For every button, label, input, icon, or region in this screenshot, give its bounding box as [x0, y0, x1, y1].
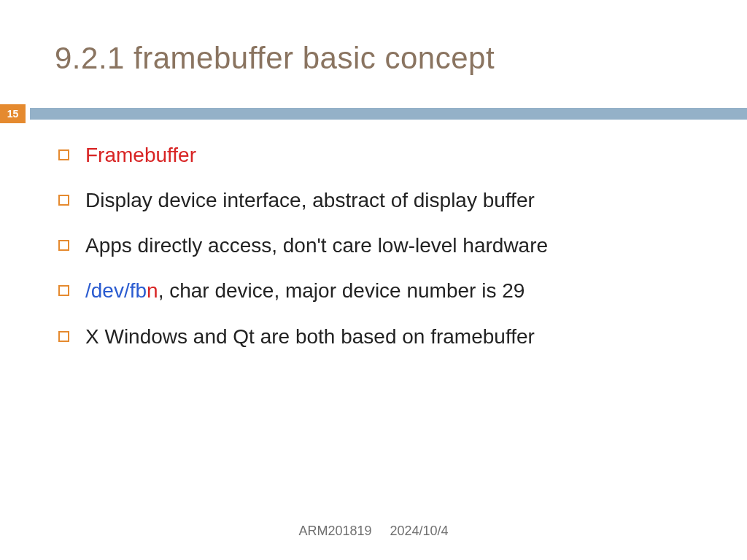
bullet-icon: [58, 240, 69, 251]
list-item: Framebuffer: [58, 143, 700, 168]
text-span: Framebuffer: [85, 144, 196, 166]
header-bar: 15: [0, 104, 747, 123]
bullet-text: Display device interface, abstract of di…: [85, 188, 535, 213]
bullet-icon: [58, 285, 69, 296]
bullet-icon: [58, 331, 69, 342]
footer-course: ARM201819: [298, 524, 371, 538]
page-number-badge: 15: [0, 104, 26, 123]
text-span: Display device interface, abstract of di…: [85, 189, 535, 211]
bullet-icon: [58, 195, 69, 206]
bullet-text: Apps directly access, don't care low-lev…: [85, 233, 548, 258]
bullet-text: /dev/fbn, char device, major device numb…: [85, 279, 525, 303]
footer-date: 2024/10/4: [390, 524, 449, 538]
list-item: /dev/fbn, char device, major device numb…: [58, 279, 700, 303]
bullet-icon: [58, 149, 69, 160]
list-item: Display device interface, abstract of di…: [58, 188, 700, 213]
text-span: /dev/fb: [85, 279, 147, 302]
slide-title: 9.2.1 framebuffer basic concept: [55, 41, 495, 76]
text-span: , char device, major device number is 29: [158, 279, 525, 302]
divider-bar: [30, 108, 747, 120]
bullet-list: FramebufferDisplay device interface, abs…: [58, 143, 700, 370]
list-item: Apps directly access, don't care low-lev…: [58, 233, 700, 258]
footer: ARM201819 2024/10/4: [0, 524, 747, 539]
slide: 9.2.1 framebuffer basic concept 15 Frame…: [0, 0, 747, 560]
list-item: X Windows and Qt are both based on frame…: [58, 324, 700, 349]
bullet-text: Framebuffer: [85, 143, 196, 168]
text-span: n: [147, 279, 158, 302]
text-span: Apps directly access, don't care low-lev…: [85, 234, 548, 257]
text-span: X Windows and Qt are both based on frame…: [85, 325, 535, 348]
bullet-text: X Windows and Qt are both based on frame…: [85, 324, 535, 349]
